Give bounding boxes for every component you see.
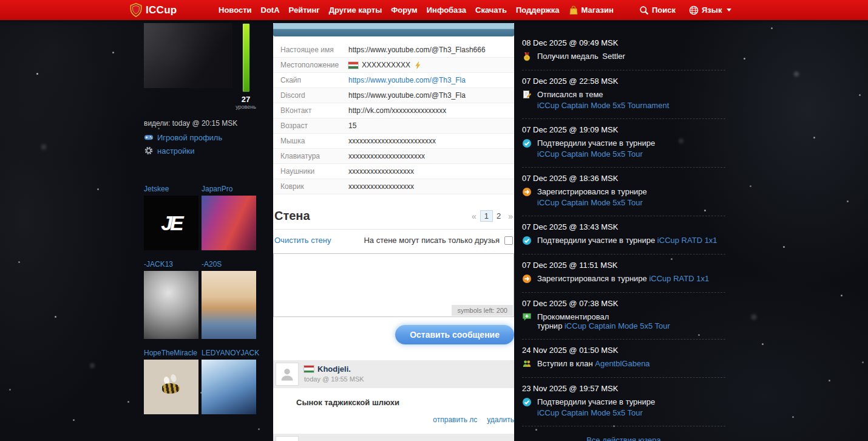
nav-menu-item-label: DotA (261, 5, 280, 15)
send-pm-link[interactable]: отправить лс (433, 415, 477, 424)
pagination-page[interactable]: 2 (493, 211, 504, 221)
activity-link[interactable]: Settler (602, 52, 625, 61)
nav-menu-item[interactable]: Магазин (569, 5, 614, 15)
wall-pagination: « 12 » (472, 211, 513, 221)
activity-link[interactable]: iCCup RATD 1x1 (657, 236, 717, 245)
friend-card: JapanPro (202, 185, 262, 250)
info-value-text: 15 (348, 121, 356, 130)
activity-date: 24 Nov 2025 @ 01:50 MSK (522, 346, 725, 355)
site-logo[interactable]: ICCup (130, 0, 177, 20)
profile-info-row: Скайпhttps://www.youtube.com/@Th3_Fla (273, 73, 514, 88)
friends-only-checkbox[interactable] (504, 236, 513, 245)
wall-message-textarea[interactable]: symbols left: 200 (273, 253, 514, 317)
activity-text: Подтвердили участие в турнире iCCup Capt… (537, 397, 655, 417)
activity-text: Подтвердили участие в турнире iCCup RATD… (537, 236, 717, 245)
nav-menu-item[interactable]: Скачать (475, 5, 507, 15)
confirm-icon (522, 236, 532, 245)
nav-menu-item-label: Другие карты (329, 5, 382, 15)
search-label: Поиск (652, 5, 676, 15)
clear-wall-link[interactable]: Очистить стену (274, 236, 331, 245)
info-row-label: Discord (280, 91, 348, 100)
nav-menu-item[interactable]: Поддержка (516, 5, 560, 15)
info-value-text: xxxxxxxxxxxxxxxxxxxxx (348, 152, 425, 160)
info-row-value: xxxxxxxxxxxxxxxxxx (348, 182, 414, 191)
friend-name-link[interactable]: Jetskee (144, 185, 202, 193)
level-label: уровень (236, 104, 256, 110)
comment-actions: отправить лс удалить (273, 414, 514, 424)
pagination-page[interactable]: 1 (480, 210, 493, 222)
profile-main-panel: Настоящее имяhttps://www.youtube.com/@Th… (273, 23, 514, 441)
friend-name-link[interactable]: JapanPro (202, 185, 262, 193)
nav-menu-item[interactable]: Рейтинг (289, 5, 320, 15)
gear-icon (144, 146, 154, 156)
activity-link[interactable]: iCCup RATD 1x1 (649, 274, 709, 283)
activity-line: Прокомментировалтурнир iCCup Captain Mod… (522, 312, 725, 330)
friend-avatar[interactable]: JE (144, 196, 198, 250)
nav-menu-item[interactable]: Новости (219, 5, 252, 15)
profile-info-row: Возраст15 (273, 118, 514, 134)
activity-link[interactable]: iCCup Captain Mode 5x5 Tour (537, 408, 655, 417)
activity-text-main: Получил медаль (537, 52, 598, 61)
activity-text: Вступил в клан AgentblGabena (537, 359, 650, 368)
nav-menu-item-label: Новости (219, 5, 252, 15)
wall-comment-partial (273, 434, 514, 441)
activity-item: 07 Dec 2025 @ 13:43 MSKПодтвердили участ… (522, 216, 725, 255)
friend-name-link[interactable]: LEDYANOYJACK (202, 349, 262, 357)
friend-name-link[interactable]: -A20S (202, 260, 262, 268)
delete-comment-link[interactable]: удалить (487, 415, 514, 424)
globe-icon (689, 5, 699, 15)
activity-item: 07 Dec 2025 @ 22:58 MSKОтписался в теме … (522, 70, 725, 119)
commenter-avatar[interactable] (276, 363, 299, 386)
activity-line: Вступил в клан AgentblGabena (522, 359, 725, 369)
language-selector[interactable]: Язык (689, 5, 731, 15)
submit-message-button[interactable]: Оставить сообщение (395, 325, 514, 344)
activity-text: Отписался в теме iCCup Captain Mode 5x5 … (537, 90, 669, 110)
nav-menu-item[interactable]: DotA (261, 5, 280, 15)
nav-menu-item[interactable]: Другие карты (329, 5, 382, 15)
activity-date: 23 Nov 2025 @ 19:57 MSK (522, 384, 725, 394)
activity-link[interactable]: iCCup Captain Mode 5x5 Tour (537, 149, 655, 159)
wall-controls: Очистить стену На стене могут писать тол… (273, 230, 514, 252)
activity-link[interactable]: iCCup Captain Mode 5x5 Tour (537, 198, 647, 207)
info-value-text: xxxxxxxxxxxxxxxxxx (348, 167, 414, 176)
profile-info-row: Коврикxxxxxxxxxxxxxxxxxx (273, 179, 514, 194)
friend-avatar[interactable] (202, 360, 256, 414)
activity-item: 07 Dec 2025 @ 07:38 MSKПрокомментировалт… (522, 293, 725, 340)
iccup-shield-icon (130, 3, 142, 18)
nav-menu-item-label: Поддержка (516, 5, 560, 15)
search-button[interactable]: Поиск (639, 5, 676, 15)
activity-link[interactable]: iCCup Captain Mode 5x5 Tournament (537, 101, 669, 110)
site-logo-text: ICCup (146, 4, 177, 16)
nav-menu-item[interactable]: Инфобаза (427, 5, 466, 15)
activity-link[interactable]: iCCup Captain Mode 5x5 Tour (565, 321, 670, 330)
friend-name-link[interactable]: -JACK13 (144, 260, 202, 268)
comment-author-link[interactable]: Khodjeli. (317, 364, 351, 374)
pagination-next[interactable]: » (508, 211, 513, 221)
pagination-prev[interactable]: « (472, 211, 476, 221)
activity-link[interactable]: AgentblGabena (595, 359, 649, 368)
game-profile-link[interactable]: Игровой профиль (140, 132, 267, 142)
settings-link[interactable]: настройки (140, 146, 267, 156)
iccup-profile-page: ICCup НовостиDotAРейтингДругие картыФору… (0, 0, 868, 441)
friends-grid: JetskeeJEJapanPro-JACK13-A20SHopeTheMira… (140, 185, 267, 414)
friend-avatar[interactable] (202, 196, 256, 250)
friend-card: -JACK13 (144, 260, 202, 339)
friend-avatar[interactable] (144, 271, 198, 339)
friend-name-link[interactable]: HopeTheMiracle (144, 349, 202, 357)
nav-menu-item[interactable]: Форум (391, 5, 417, 15)
info-row-value: XXXXXXXXXX (348, 61, 422, 69)
friends-only-label: На стене могут писать только друзья (364, 236, 500, 245)
info-row-value: https://www.youtube.com/@Th3_Fla (348, 91, 466, 100)
all-user-actions-link[interactable]: Все действия юзера (586, 436, 661, 441)
activity-item: 23 Nov 2025 @ 19:57 MSKПодтвердили участ… (522, 378, 725, 426)
all-actions-row: Все действия юзера (522, 426, 725, 441)
activity-date: 07 Dec 2025 @ 19:09 MSK (522, 125, 725, 135)
commenter-avatar[interactable] (276, 436, 299, 441)
friend-avatar[interactable] (202, 271, 256, 339)
activity-line: Зарегистрировался в турнире iCCup Captai… (522, 187, 725, 207)
friend-avatar[interactable] (144, 360, 198, 414)
info-value-link[interactable]: https://www.youtube.com/@Th3_Fla (348, 76, 466, 84)
info-value-text: XXXXXXXXXX (362, 61, 410, 69)
friend-card: HopeTheMiracle (144, 349, 202, 414)
activity-date: 07 Dec 2025 @ 07:38 MSK (522, 299, 725, 309)
